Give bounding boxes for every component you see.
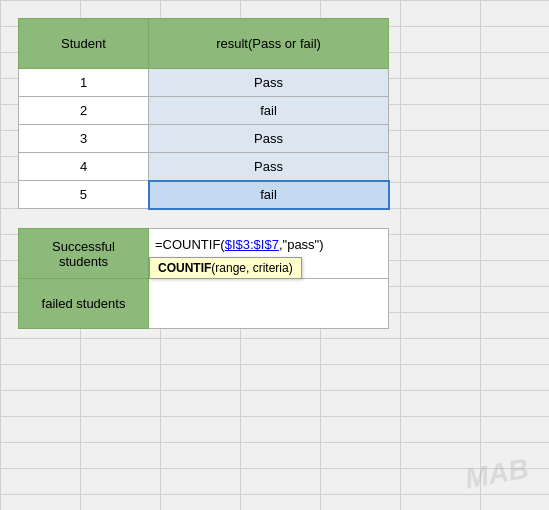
result-2: fail bbox=[149, 97, 389, 125]
student-5: 5 bbox=[19, 181, 149, 209]
student-4: 4 bbox=[19, 153, 149, 181]
tooltip-args: (range, criteria) bbox=[211, 261, 292, 275]
function-tooltip: COUNTIF(range, criteria) bbox=[149, 257, 302, 279]
formula-text: =COUNTIF($I$3:$I$7,"pass") bbox=[155, 237, 324, 252]
header-result: result(Pass or fail) bbox=[149, 19, 389, 69]
failed-value bbox=[149, 279, 389, 329]
header-student: Student bbox=[19, 19, 149, 69]
result-3: Pass bbox=[149, 125, 389, 153]
student-2: 2 bbox=[19, 97, 149, 125]
table-row: 5 fail bbox=[19, 181, 389, 209]
tooltip-function-name: COUNTIF bbox=[158, 261, 211, 275]
header-row: Student result(Pass or fail) bbox=[19, 19, 389, 69]
summary-successful-row: Successful students =COUNTIF($I$3:$I$7,"… bbox=[19, 229, 389, 279]
result-5: fail bbox=[149, 181, 389, 209]
spreadsheet: Student result(Pass or fail) 1 Pass 2 bbox=[0, 0, 549, 510]
table-row: 3 Pass bbox=[19, 125, 389, 153]
data-table: Student result(Pass or fail) 1 Pass 2 bbox=[18, 18, 390, 329]
result-1: Pass bbox=[149, 69, 389, 97]
table-row: 4 Pass bbox=[19, 153, 389, 181]
formula-range: $I$3:$I$7 bbox=[225, 237, 279, 252]
failed-label: failed students bbox=[19, 279, 149, 329]
spacer-row bbox=[19, 209, 389, 229]
main-content: Student result(Pass or fail) 1 Pass 2 bbox=[18, 18, 390, 329]
student-1: 1 bbox=[19, 69, 149, 97]
summary-failed-row: failed students bbox=[19, 279, 389, 329]
student-3: 3 bbox=[19, 125, 149, 153]
successful-label: Successful students bbox=[19, 229, 149, 279]
result-4: Pass bbox=[149, 153, 389, 181]
table-row: 1 Pass bbox=[19, 69, 389, 97]
table-row: 2 fail bbox=[19, 97, 389, 125]
formula-cell[interactable]: =COUNTIF($I$3:$I$7,"pass") COUNTIF(range… bbox=[149, 229, 389, 279]
